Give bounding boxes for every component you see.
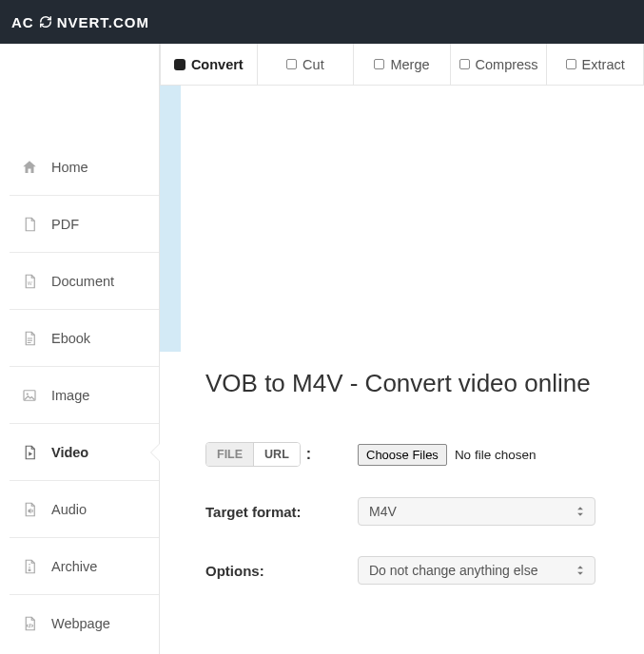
tab-label: Convert [191, 57, 244, 72]
sidebar-item-label: Ebook [51, 331, 90, 346]
no-file-chosen-label: No file chosen [455, 448, 537, 462]
sidebar-item-label: Archive [51, 559, 97, 574]
sidebar-item-archive[interactable]: Archive [10, 538, 159, 595]
archive-icon [21, 558, 38, 575]
tab-convert[interactable]: Convert [160, 44, 258, 85]
brand-left: AC [11, 14, 34, 30]
topbar: AC NVERT.COM [0, 0, 644, 44]
sidebar-item-label: Audio [51, 502, 87, 517]
target-format-label: Target format: [205, 504, 302, 520]
row-options: Options: Do not change anything else [205, 556, 615, 585]
source-toggle: FILE URL [205, 442, 301, 467]
pdf-icon [21, 216, 38, 233]
chevron-updown-icon [574, 505, 587, 518]
chevron-updown-icon [574, 564, 587, 577]
svg-point-2 [27, 393, 29, 394]
tab-label: Compress [476, 57, 538, 72]
sidebar: Home PDF W Document Ebook Image [0, 44, 160, 654]
sidebar-item-label: Home [51, 160, 88, 175]
tab-extract[interactable]: Extract [547, 44, 644, 85]
tabs: Convert Cut Merge Compress Extract [160, 44, 644, 86]
select-value: Do not change anything else [369, 563, 537, 578]
main: Convert Cut Merge Compress Extract [160, 44, 644, 654]
select-value: M4V [369, 504, 397, 519]
page-title: VOB to M4V - Convert video online [205, 369, 615, 398]
sidebar-item-home[interactable]: Home [10, 139, 159, 196]
sidebar-item-pdf[interactable]: PDF [10, 196, 159, 253]
sidebar-item-video[interactable]: Video [10, 424, 159, 481]
image-icon [21, 387, 38, 404]
document-icon: W [21, 273, 38, 290]
svg-text:W: W [28, 279, 32, 285]
content: VOB to M4V - Convert video online FILE U… [160, 352, 644, 615]
refresh-icon [39, 15, 52, 29]
choose-files-button[interactable]: Choose Files [358, 444, 447, 466]
checkbox-icon [566, 59, 576, 69]
sidebar-item-label: Document [51, 274, 114, 289]
audio-icon [21, 501, 38, 518]
ebook-icon [21, 330, 38, 347]
sidebar-item-webpage[interactable]: Webpage [10, 595, 159, 652]
source-url-tab[interactable]: URL [253, 443, 300, 466]
ad-strip [160, 86, 644, 352]
options-label: Options: [205, 563, 264, 579]
sidebar-item-label: Video [51, 445, 88, 460]
brand-right: NVERT.COM [57, 14, 149, 30]
tab-label: Cut [302, 57, 324, 72]
video-icon [21, 444, 38, 461]
webpage-icon [21, 615, 38, 632]
tab-compress[interactable]: Compress [451, 44, 548, 85]
tab-cut[interactable]: Cut [258, 44, 355, 85]
checkbox-icon [286, 59, 297, 69]
tab-label: Merge [390, 57, 429, 72]
sidebar-item-ebook[interactable]: Ebook [10, 310, 159, 367]
source-file-tab[interactable]: FILE [206, 443, 253, 466]
checkbox-icon [174, 59, 185, 70]
colon: : [306, 446, 311, 463]
tab-merge[interactable]: Merge [354, 44, 451, 85]
brand-logo[interactable]: AC NVERT.COM [11, 14, 149, 30]
sidebar-item-label: Image [51, 388, 89, 403]
row-source: FILE URL : Choose Files No file chosen [205, 442, 615, 467]
target-format-select[interactable]: M4V [358, 497, 595, 526]
tab-label: Extract [582, 57, 625, 72]
options-select[interactable]: Do not change anything else [358, 556, 595, 585]
sidebar-item-image[interactable]: Image [10, 367, 159, 424]
sidebar-item-label: Webpage [51, 616, 110, 631]
sidebar-item-document[interactable]: W Document [10, 253, 159, 310]
row-target-format: Target format: M4V [205, 497, 615, 526]
checkbox-icon [374, 59, 384, 69]
ad-blank [181, 86, 644, 352]
sidebar-item-label: PDF [51, 217, 79, 232]
sidebar-item-audio[interactable]: Audio [10, 481, 159, 538]
checkbox-icon [459, 59, 470, 69]
ad-placeholder [160, 86, 181, 352]
home-icon [21, 159, 38, 176]
